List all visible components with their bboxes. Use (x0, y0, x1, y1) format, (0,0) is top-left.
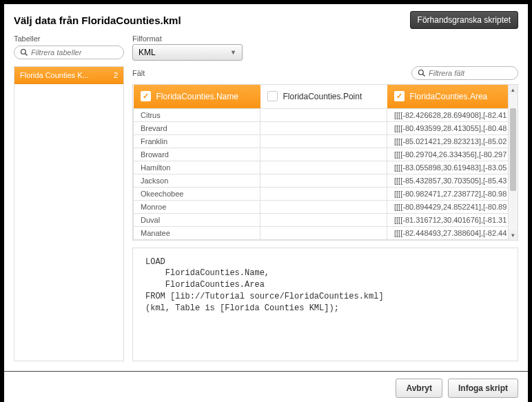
cell-point (260, 200, 387, 213)
script-preview: LOAD FloridaCounties.Name, FloridaCounti… (132, 248, 518, 362)
insert-script-button[interactable]: Infoga skript (448, 379, 518, 398)
cell-name: Duval (134, 213, 260, 226)
cell-area: [[[[-80.982471,27.238772],[-80.98 (387, 187, 518, 200)
table-row[interactable]: Duval[[[[-81.316712,30.401676],[-81.31 (134, 213, 518, 226)
scroll-thumb[interactable] (510, 108, 516, 191)
cell-point (260, 174, 387, 187)
cell-name: Manatee (134, 226, 260, 239)
cell-point (260, 134, 387, 148)
fileformat-dropdown[interactable]: KML ▼ (132, 44, 243, 61)
scroll-up-icon[interactable]: ▴ (509, 85, 518, 94)
table-row[interactable]: Hamilton[[[[-83.055898,30.619483],[-83.0… (134, 161, 518, 174)
column-label: FloridaCounties.Name (156, 92, 238, 101)
cell-name: Franklin (134, 134, 260, 148)
tables-sidebar: Florida Counties K... 2 (14, 66, 124, 361)
checkbox-on-icon[interactable] (141, 91, 151, 101)
filter-tables-search[interactable] (14, 46, 124, 59)
tables-label: Tabeller (14, 34, 124, 43)
checkbox-on-icon[interactable] (394, 91, 405, 101)
cell-point (260, 121, 387, 134)
fileformat-label: Filformat (132, 34, 518, 43)
scroll-down-icon[interactable]: ▾ (509, 230, 518, 240)
column-header-name[interactable]: FloridaCounties.Name (134, 85, 260, 108)
cell-name: Citrus (134, 108, 260, 121)
chevron-down-icon: ▼ (230, 49, 236, 56)
cell-point (260, 148, 387, 161)
cancel-button[interactable]: Avbryt (396, 379, 442, 398)
cell-area: [[[[-80.493599,28.413055],[-80.48 (387, 121, 518, 134)
table-row[interactable]: Jackson[[[[-85.432857,30.703505],[-85.43 (134, 174, 518, 187)
table-row[interactable]: Franklin[[[[-85.021421,29.823213],[-85.0… (134, 134, 518, 148)
dialog-title: Välj data från FloridaCounties.kml (14, 14, 181, 26)
cell-area: [[[[-80.29704,26.334356],[-80.297 (387, 148, 518, 161)
sidebar-item-table[interactable]: Florida Counties K... 2 (14, 67, 123, 84)
cell-point (260, 226, 387, 239)
cell-point (260, 213, 387, 226)
cell-name: Hamilton (134, 161, 260, 174)
svg-line-1 (25, 54, 28, 56)
dropdown-value: KML (139, 48, 156, 57)
preview-script-button[interactable]: Förhandsgranska skriptet (410, 11, 518, 29)
cell-point (260, 108, 387, 121)
cell-area: [[[[-81.316712,30.401676],[-81.31 (387, 213, 518, 226)
table-row[interactable]: Monroe[[[[-80.894429,24.852241],[-80.89 (134, 200, 518, 213)
fields-label: Fält (132, 69, 145, 77)
cell-area: [[[[-85.432857,30.703505],[-85.43 (387, 174, 518, 187)
sidebar-item-count: 2 (114, 71, 118, 79)
cell-name: Okeechobee (134, 187, 260, 200)
table-row[interactable]: Brevard[[[[-80.493599,28.413055],[-80.48 (134, 121, 518, 134)
search-icon (418, 69, 426, 77)
filter-fields-input[interactable] (429, 69, 512, 77)
table-row[interactable]: Broward[[[[-80.29704,26.334356],[-80.297 (134, 148, 518, 161)
table-row[interactable]: Manatee[[[[-82.448493,27.388604],[-82.44 (134, 226, 518, 239)
cell-name: Brevard (134, 121, 260, 134)
cell-name: Broward (134, 148, 260, 161)
column-header-point[interactable]: FloridaCounties.Point (260, 85, 387, 108)
cell-name: Monroe (134, 200, 260, 213)
cell-area: [[[[-82.426628,28.694908],[-82.41 (387, 108, 518, 121)
cell-area: [[[[-80.894429,24.852241],[-80.89 (387, 200, 518, 213)
cell-name: Jackson (134, 174, 260, 187)
vertical-scrollbar[interactable]: ▴ ▾ (508, 85, 518, 240)
table-row[interactable]: Citrus[[[[-82.426628,28.694908],[-82.41 (134, 108, 518, 121)
filter-fields-search[interactable] (411, 66, 518, 80)
cell-point (260, 161, 387, 174)
svg-point-2 (419, 70, 424, 75)
column-label: FloridaCounties.Point (283, 92, 362, 101)
svg-point-0 (21, 50, 26, 54)
column-header-area[interactable]: FloridaCounties.Area (387, 85, 518, 108)
sidebar-item-label: Florida Counties K... (20, 71, 89, 79)
cell-area: [[[[-83.055898,30.619483],[-83.05 (387, 161, 518, 174)
filter-tables-input[interactable] (31, 48, 118, 57)
checkbox-off-icon[interactable] (267, 91, 278, 101)
cell-point (260, 187, 387, 200)
search-icon (20, 48, 28, 57)
cell-area: [[[[-85.021421,29.823213],[-85.02 (387, 134, 518, 148)
svg-line-3 (423, 74, 425, 77)
cell-area: [[[[-82.448493,27.388604],[-82.44 (387, 226, 518, 239)
table-row[interactable]: Okeechobee[[[[-80.982471,27.238772],[-80… (134, 187, 518, 200)
column-label: FloridaCounties.Area (410, 92, 488, 101)
fields-table: FloridaCounties.Name FloridaCounties.Poi… (132, 84, 518, 241)
